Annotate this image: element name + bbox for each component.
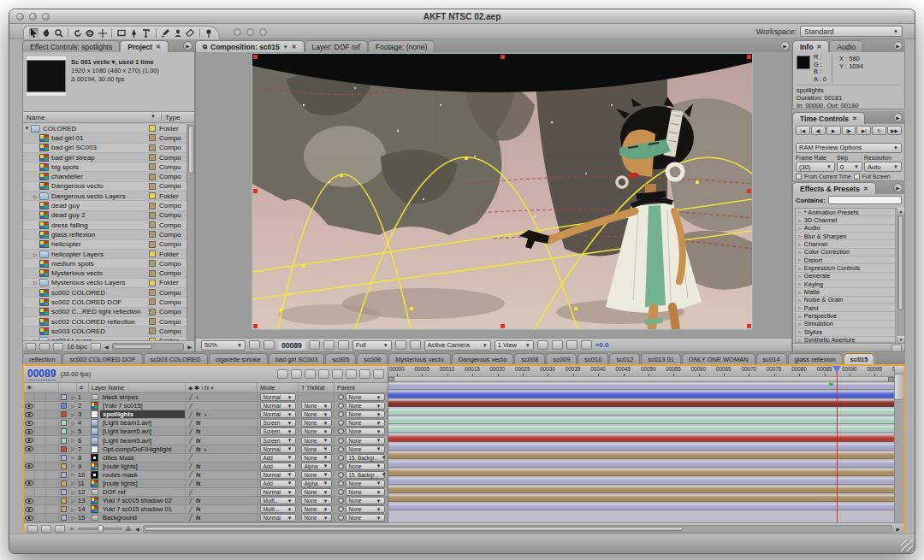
label-color-chip[interactable] [149, 241, 156, 248]
project-row[interactable]: Dangerous vecto Layers Folder [23, 192, 187, 201]
expander-arrow-icon[interactable]: ▷ [798, 257, 802, 262]
parent-pickwhip-icon[interactable] [338, 420, 344, 426]
layer-switches[interactable]: ╱ fx ◐ [186, 463, 258, 470]
timeline-comp-tab[interactable]: ONLY ONE WOMAN [682, 353, 755, 364]
audio-toggle[interactable] [35, 505, 46, 513]
timeline-comp-tab[interactable]: glass reflexion [788, 353, 843, 364]
pixel-aspect-icon[interactable] [537, 340, 548, 350]
expander-arrow-icon[interactable]: ▷ [798, 250, 802, 255]
switches-column[interactable]: ◈ ✱ \ fx ◐ [186, 383, 258, 392]
layer-switches[interactable]: ╱ fx ◐ [186, 514, 258, 522]
project-row[interactable]: bad girl 01 Compo [23, 133, 187, 143]
tab-effect-controls[interactable]: Effect Controls: spotlights [22, 40, 120, 52]
layer-row[interactable]: ▷ 14 Yuki 7 sc015 shadow 01 ╱ fx ◐ Multi… [24, 505, 388, 514]
layer-row[interactable]: ▷ 12 DOF ref ╱ fx ◐ Normal▼ None▼ None▼ [24, 488, 388, 497]
layer-expander-icon[interactable]: ▷ [69, 410, 77, 418]
interpret-footage-icon[interactable] [26, 343, 36, 351]
workspace-dropdown[interactable]: Standard ▼ [800, 26, 903, 37]
label-color-chip[interactable] [59, 445, 69, 453]
effects-category-row[interactable]: ▷ Generate [796, 273, 895, 280]
timeline-comp-tab[interactable]: sc002 COLORED DOF [62, 353, 142, 364]
lock-toggle[interactable] [46, 480, 59, 487]
lock-toggle[interactable] [46, 402, 59, 410]
parent-dropdown[interactable]: None▼ [346, 445, 385, 453]
expander-arrow-icon[interactable] [32, 251, 39, 257]
project-row[interactable]: Dangerous vecto Compo [23, 182, 187, 192]
mask-visibility-icon[interactable] [264, 340, 275, 350]
tab-info[interactable]: Info✕ [792, 40, 829, 52]
zoom-slider[interactable] [78, 528, 122, 530]
tab-layer[interactable]: Layer: DOF ref [305, 40, 368, 52]
project-row[interactable]: medium spots Compo [23, 259, 187, 268]
expander-arrow-icon[interactable]: ▷ [798, 218, 802, 223]
new-folder-icon[interactable] [39, 343, 50, 351]
timeline-comp-tab[interactable]: sc006 [357, 353, 388, 364]
lock-toggle[interactable] [46, 445, 59, 453]
transparency-grid-icon[interactable] [410, 340, 421, 350]
label-color-chip[interactable] [149, 231, 156, 238]
layer-row[interactable]: ▷ 6 [Light beam5.avi] ╱ fx ◐ Screen▼ Non… [24, 436, 388, 445]
grid-guides-icon[interactable] [249, 340, 260, 350]
expander-arrow-icon[interactable]: ▷ [798, 321, 802, 327]
label-color-chip[interactable] [149, 270, 156, 277]
eye-visibility-toggle[interactable] [24, 480, 35, 487]
blend-mode-dropdown[interactable]: Screen▼ [260, 419, 296, 427]
layer-duration-bar[interactable] [388, 469, 894, 476]
parent-dropdown[interactable]: 15. Backgr...▼ [346, 454, 385, 462]
workspace-icon-3[interactable] [259, 28, 267, 36]
label-color-chip[interactable] [149, 280, 156, 286]
mode-column[interactable]: Mode [258, 383, 299, 392]
layer-expander-icon[interactable]: ▷ [69, 488, 77, 496]
layer-name[interactable]: black stripes [100, 393, 186, 401]
panel-menu-button[interactable]: ▶ [893, 41, 903, 50]
label-color-chip[interactable] [59, 514, 69, 522]
layer-switches[interactable]: ╱ fx ◐ [186, 445, 258, 453]
timeline-comp-tab[interactable]: bad girl SC003 [269, 353, 325, 364]
timeline-comp-tab[interactable]: sc010 [578, 353, 608, 364]
close-icon[interactable]: ✕ [863, 186, 868, 192]
project-row[interactable]: bad girl SC003 Compo [23, 144, 187, 153]
layer-expander-icon[interactable]: ▷ [69, 480, 77, 487]
snapshot-icon[interactable] [309, 340, 320, 350]
blend-mode-dropdown[interactable]: Screen▼ [260, 427, 296, 435]
eye-visibility-toggle[interactable] [24, 427, 35, 435]
selection-tool-icon[interactable] [29, 28, 38, 38]
parent-dropdown[interactable]: None▼ [346, 480, 385, 487]
layer-name[interactable]: [Light beam5.avi] [100, 427, 186, 435]
layer-name[interactable]: Background [100, 514, 186, 522]
expander-arrow-icon[interactable]: ▷ [798, 305, 802, 310]
blend-mode-dropdown[interactable]: Normal▼ [260, 514, 296, 522]
adjustment-switch-icon[interactable]: ◐ [204, 446, 208, 452]
quality-switch-icon[interactable]: ╱ [189, 498, 192, 504]
quality-switch-icon[interactable]: ╱ [189, 445, 192, 452]
scroll-right-icon[interactable]: ▶ [896, 526, 900, 532]
eye-visibility-toggle[interactable] [24, 497, 35, 504]
expander-arrow-icon[interactable]: ▷ [798, 274, 802, 279]
composition-artwork[interactable] [252, 54, 752, 329]
parent-pickwhip-icon[interactable] [338, 411, 344, 417]
blend-mode-dropdown[interactable]: Add▼ [260, 480, 296, 487]
column-type[interactable]: Type [162, 114, 191, 121]
layer-switches[interactable]: ╱ fx ◐ [186, 454, 258, 462]
delete-icon[interactable] [91, 343, 101, 351]
layer-name[interactable]: spotlights [100, 410, 186, 418]
lock-toggle[interactable] [46, 410, 59, 418]
track-matte-dropdown[interactable]: None▼ [301, 410, 332, 418]
parent-dropdown[interactable]: None▼ [346, 419, 385, 427]
quality-switch-icon[interactable]: ╱ [189, 420, 192, 427]
eye-visibility-toggle[interactable] [24, 419, 35, 427]
track-matte-dropdown[interactable]: Alpha▼ [301, 480, 332, 487]
layer-expander-icon[interactable]: ▷ [69, 471, 77, 479]
camera-orbit-tool-icon[interactable] [86, 28, 95, 38]
current-time-display[interactable]: 00089 [27, 368, 56, 380]
layer-expander-icon[interactable]: ▷ [69, 445, 77, 453]
eye-visibility-toggle[interactable] [24, 402, 35, 410]
layer-switches[interactable]: ╱ fx ◐ [186, 419, 258, 427]
layer-name[interactable]: [route lights] [100, 463, 186, 470]
lock-toggle[interactable] [46, 505, 59, 513]
audio-toggle[interactable] [35, 419, 46, 427]
tab-composition[interactable]: ⧉ Composition: sc015 ▼ ✕ [195, 40, 305, 52]
layer-duration-bar[interactable] [388, 495, 894, 502]
channel-icon[interactable] [338, 340, 349, 350]
brainstorm-icon[interactable] [346, 369, 357, 379]
